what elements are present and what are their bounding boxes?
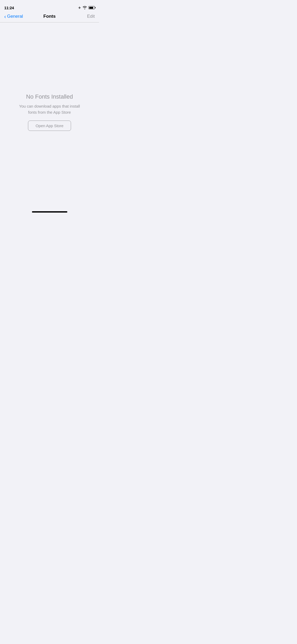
back-button[interactable]: ‹ General [4,14,25,19]
back-chevron-icon: ‹ [4,14,6,19]
open-appstore-button[interactable]: Open App Store [28,121,71,131]
back-label: General [7,14,23,19]
empty-state-title: No Fonts Installed [26,93,73,100]
status-time: 11:24 [4,6,14,10]
battery-icon [88,6,95,9]
airplane-icon: ✈ [78,6,81,10]
nav-bar: ‹ General Fonts Edit [0,12,99,22]
page-title: Fonts [25,14,74,19]
status-bar: 11:24 ✈ [0,0,99,12]
wifi-icon [83,6,87,9]
empty-state-subtitle: You can download apps that install fonts… [15,103,84,115]
status-icons: ✈ [78,6,95,10]
edit-button[interactable]: Edit [74,14,95,19]
home-indicator [32,211,67,213]
empty-state: No Fonts Installed You can download apps… [0,22,99,202]
